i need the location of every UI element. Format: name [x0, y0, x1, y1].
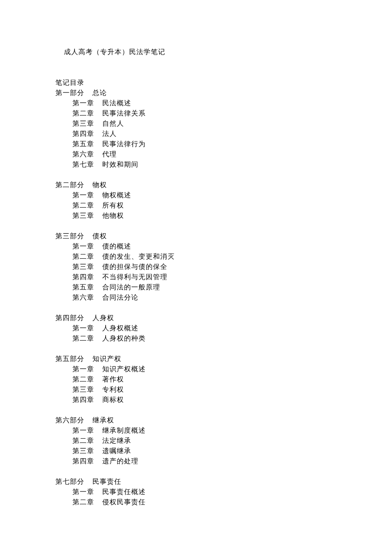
toc-chapter-label: 第一章 [72, 324, 94, 332]
toc-chapter-label: 第四章 [72, 130, 94, 137]
toc-chapter-label: 第二章 [72, 335, 94, 342]
toc-chapter: 第四章法人 [55, 129, 392, 139]
toc-chapter-name: 遗嘱继承 [102, 447, 131, 454]
toc-part: 第三部分债权第一章债的概述第二章债的发生、变更和消灭第三章债的担保与债的保全第四… [55, 231, 392, 303]
toc-chapter-name: 不当得利与无因管理 [102, 273, 167, 280]
toc-chapter: 第四章商标权 [55, 395, 392, 405]
toc-chapter-label: 第二章 [72, 498, 94, 506]
document-title: 成人高考（专升本）民法学笔记 [55, 47, 392, 57]
toc-chapter: 第一章物权概述 [55, 190, 392, 200]
toc-chapter: 第二章法定继承 [55, 436, 392, 446]
toc-chapter-name: 自然人 [102, 120, 124, 127]
toc-part-heading: 第七部分民事责任 [55, 477, 392, 487]
toc-chapter-label: 第七章 [72, 161, 94, 168]
toc-part-heading: 第二部分物权 [55, 180, 392, 190]
toc-chapter: 第七章时效和期间 [55, 159, 392, 170]
toc-chapter-name: 民事法律行为 [102, 140, 146, 147]
toc-chapter: 第二章侵权民事责任 [55, 497, 392, 507]
toc-part-name: 总论 [92, 89, 107, 96]
toc-chapter-label: 第三章 [72, 120, 94, 127]
toc-part-label: 第五部分 [55, 355, 84, 362]
toc-body: 第一部分总论第一章民法概述第二章民事法律关系第三章自然人第四章法人第五章民事法律… [55, 88, 392, 507]
toc-chapter: 第二章民事法律关系 [55, 108, 392, 119]
toc-part: 第五部分知识产权第一章知识产权概述第二章著作权第三章专利权第四章商标权 [55, 354, 392, 405]
toc-chapter: 第二章债的发生、变更和消灭 [55, 251, 392, 262]
toc-chapter-name: 法人 [102, 130, 117, 137]
toc-chapter: 第一章民法概述 [55, 98, 392, 108]
toc-chapter: 第一章民事责任概述 [55, 487, 392, 497]
toc-part-label: 第二部分 [55, 181, 84, 188]
toc-chapter-label: 第三章 [72, 263, 94, 270]
toc-chapter: 第五章合同法的一般原理 [55, 282, 392, 292]
toc-chapter: 第一章知识产权概述 [55, 364, 392, 374]
toc-chapter-name: 商标权 [102, 396, 124, 403]
toc-part: 第二部分物权第一章物权概述第二章所有权第三章他物权 [55, 180, 392, 221]
toc-part-heading: 第六部分继承权 [55, 415, 392, 425]
toc-chapter-name: 著作权 [102, 376, 124, 383]
toc-part-heading: 第四部分人身权 [55, 313, 392, 323]
toc-chapter-label: 第一章 [72, 191, 94, 199]
toc-chapter: 第三章债的担保与债的保全 [55, 262, 392, 272]
toc-part-name: 知识产权 [92, 355, 121, 362]
toc-chapter-label: 第二章 [72, 437, 94, 444]
toc-chapter-label: 第四章 [72, 396, 94, 403]
toc-chapter-label: 第二章 [72, 376, 94, 383]
toc-chapter-name: 法定继承 [102, 437, 131, 444]
toc-chapter: 第一章人身权概述 [55, 323, 392, 333]
toc-chapter-label: 第五章 [72, 283, 94, 291]
toc-chapter: 第二章所有权 [55, 200, 392, 211]
toc-chapter-name: 合同法的一般原理 [102, 283, 160, 291]
toc-chapter-name: 侵权民事责任 [102, 498, 146, 506]
toc-chapter-name: 遗产的处理 [102, 457, 138, 465]
toc-chapter-label: 第五章 [72, 140, 94, 147]
toc-chapter-name: 代理 [102, 150, 117, 158]
document-page: 成人高考（专升本）民法学笔记 笔记目录 第一部分总论第一章民法概述第二章民事法律… [0, 47, 392, 507]
toc-part-heading: 第一部分总论 [55, 88, 392, 98]
toc-chapter-label: 第三章 [72, 212, 94, 219]
toc-chapter: 第四章不当得利与无因管理 [55, 272, 392, 282]
toc-part-name: 人身权 [92, 314, 114, 321]
toc-chapter: 第一章继承制度概述 [55, 425, 392, 436]
toc-chapter-name: 债的概述 [102, 243, 131, 250]
toc-chapter-label: 第一章 [72, 488, 94, 495]
toc-part-name: 物权 [92, 181, 107, 188]
toc-chapter-label: 第三章 [72, 386, 94, 393]
toc-chapter-name: 时效和期间 [102, 161, 138, 168]
toc-chapter-name: 物权概述 [102, 191, 131, 199]
toc-part-name: 债权 [92, 232, 107, 240]
toc-chapter-label: 第六章 [72, 294, 94, 301]
toc-chapter: 第二章人身权的种类 [55, 333, 392, 344]
toc-chapter-label: 第一章 [72, 243, 94, 250]
toc-chapter-name: 债的担保与债的保全 [102, 263, 167, 270]
toc-part-label: 第一部分 [55, 89, 84, 96]
toc-chapter-name: 民事责任概述 [102, 488, 146, 495]
toc-chapter-label: 第一章 [72, 99, 94, 107]
toc-part-label: 第六部分 [55, 416, 84, 424]
toc-chapter: 第四章遗产的处理 [55, 456, 392, 466]
toc-chapter-name: 知识产权概述 [102, 365, 146, 373]
toc-chapter-label: 第一章 [72, 427, 94, 434]
toc-chapter-label: 第三章 [72, 447, 94, 454]
toc-part: 第六部分继承权第一章继承制度概述第二章法定继承第三章遗嘱继承第四章遗产的处理 [55, 415, 392, 466]
toc-chapter-name: 专利权 [102, 386, 124, 393]
toc-chapter: 第六章合同法分论 [55, 292, 392, 303]
toc-chapter-label: 第一章 [72, 365, 94, 373]
toc-part-label: 第四部分 [55, 314, 84, 321]
toc-part: 第一部分总论第一章民法概述第二章民事法律关系第三章自然人第四章法人第五章民事法律… [55, 88, 392, 170]
toc-chapter: 第二章著作权 [55, 374, 392, 384]
toc-chapter: 第三章自然人 [55, 119, 392, 129]
toc-chapter-name: 人身权的种类 [102, 335, 146, 342]
toc-part-heading: 第五部分知识产权 [55, 354, 392, 364]
toc-chapter: 第五章民事法律行为 [55, 139, 392, 149]
toc-chapter: 第三章他物权 [55, 211, 392, 221]
toc-chapter-label: 第四章 [72, 273, 94, 280]
toc-chapter-name: 民法概述 [102, 99, 131, 107]
toc-chapter: 第三章专利权 [55, 384, 392, 395]
toc-chapter-label: 第六章 [72, 150, 94, 158]
toc-chapter: 第三章遗嘱继承 [55, 446, 392, 456]
toc-chapter-name: 合同法分论 [102, 294, 138, 301]
toc-chapter-name: 继承制度概述 [102, 427, 146, 434]
toc-chapter-label: 第二章 [72, 253, 94, 260]
toc-chapter-label: 第二章 [72, 202, 94, 209]
toc-part-label: 第七部分 [55, 478, 84, 485]
